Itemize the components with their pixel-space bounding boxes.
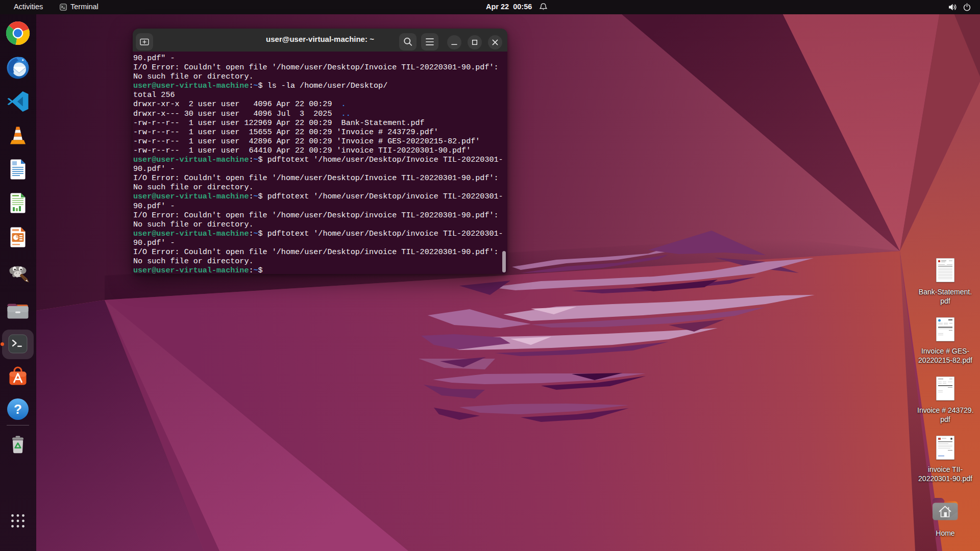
svg-text:?: ? [14,402,22,417]
